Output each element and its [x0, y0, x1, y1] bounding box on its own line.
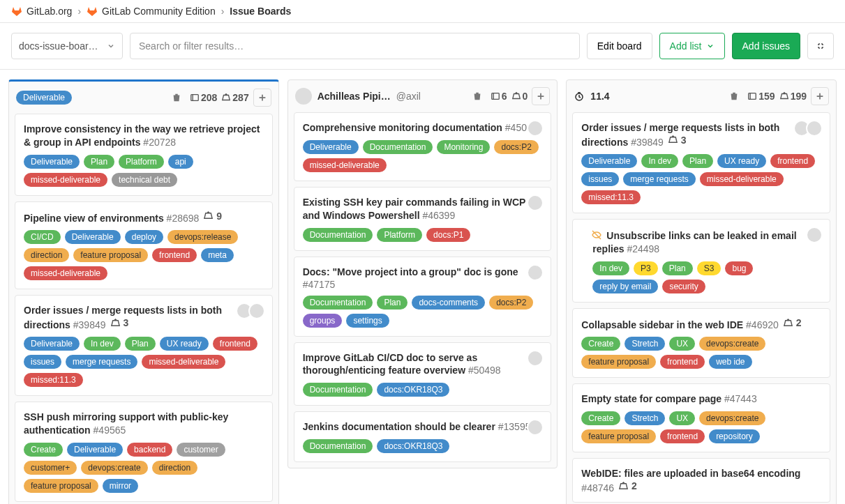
issue-label[interactable]: docs:OKR18Q3: [377, 383, 449, 397]
issue-label[interactable]: In dev: [84, 337, 121, 351]
issue-label[interactable]: direction: [152, 461, 197, 475]
issue-label[interactable]: feature proposal: [581, 429, 656, 443]
issue-label[interactable]: devops:create: [81, 461, 147, 475]
issue-label[interactable]: In dev: [641, 154, 678, 168]
issue-label[interactable]: missed-deliverable: [303, 158, 387, 172]
issue-card[interactable]: Improve consistency in the way we retrie…: [15, 114, 273, 196]
assignee-avatars[interactable]: [531, 120, 544, 137]
list-label[interactable]: Deliverable: [16, 91, 72, 105]
assignee-avatars[interactable]: [531, 264, 544, 281]
issue-label[interactable]: missed-deliverable: [24, 266, 107, 280]
issue-label[interactable]: devops:release: [167, 230, 238, 244]
new-issue-button[interactable]: [253, 89, 271, 107]
issue-label[interactable]: merge requests: [66, 355, 137, 369]
issue-label[interactable]: frontend: [152, 248, 197, 262]
issue-label[interactable]: docs:OKR18Q3: [377, 439, 449, 453]
issue-card[interactable]: Jenkins documentation should be clearer …: [294, 411, 552, 462]
issue-label[interactable]: customer+: [24, 461, 77, 475]
issue-label[interactable]: Plan: [682, 154, 713, 168]
issue-card[interactable]: Improve GitLab CI/CD doc to serve as tho…: [294, 342, 552, 406]
issue-label[interactable]: Documentation: [303, 228, 373, 242]
issue-label[interactable]: Deliverable: [303, 140, 359, 154]
issue-card[interactable]: WebIDE: files are uploaded in base64 enc…: [572, 458, 830, 502]
issue-label[interactable]: missed:11.3: [24, 373, 83, 387]
issue-label[interactable]: Documentation: [303, 383, 373, 397]
search-input[interactable]: Search or filter results…: [130, 33, 580, 59]
avatar[interactable]: [527, 419, 544, 436]
issue-label[interactable]: frontend: [213, 337, 257, 351]
breadcrumb-item[interactable]: GitLab.org: [11, 6, 72, 17]
avatar[interactable]: [806, 120, 823, 137]
issue-label[interactable]: Monitoring: [437, 140, 490, 154]
issue-label[interactable]: direction: [24, 248, 69, 262]
issue-label[interactable]: missed:11.3: [581, 190, 641, 204]
issue-label[interactable]: bug: [725, 261, 753, 275]
assignee-avatars[interactable]: [798, 120, 823, 137]
issue-label[interactable]: Create: [581, 411, 620, 425]
new-issue-button[interactable]: [811, 87, 829, 105]
issue-label[interactable]: missed-deliverable: [24, 173, 107, 187]
issue-label[interactable]: Deliverable: [65, 230, 121, 244]
issue-label[interactable]: Platform: [119, 155, 164, 169]
board-switcher[interactable]: docs-issue-boar…: [11, 33, 123, 59]
breadcrumb-item[interactable]: GitLab Community Edition: [87, 6, 216, 17]
issue-label[interactable]: S3: [697, 261, 721, 275]
avatar[interactable]: [527, 264, 544, 281]
breadcrumb-item[interactable]: Issue Boards: [230, 6, 291, 17]
issue-label[interactable]: Deliverable: [24, 337, 80, 351]
issue-label[interactable]: missed-deliverable: [142, 355, 225, 369]
focus-mode-button[interactable]: [807, 33, 834, 59]
issue-label[interactable]: issues: [581, 172, 619, 186]
issue-label[interactable]: docs:P1: [426, 228, 470, 242]
issue-label[interactable]: Deliverable: [67, 443, 123, 457]
issue-label[interactable]: Stretch: [625, 411, 665, 425]
issue-label[interactable]: Documentation: [303, 439, 373, 453]
issue-label[interactable]: Plan: [125, 337, 156, 351]
issue-label[interactable]: Documentation: [363, 140, 433, 154]
avatar[interactable]: [527, 194, 544, 211]
issue-label[interactable]: feature proposal: [581, 355, 656, 369]
new-issue-button[interactable]: [532, 87, 550, 105]
assignee-avatars[interactable]: [531, 419, 544, 436]
issue-label[interactable]: merge requests: [623, 172, 695, 186]
issue-label[interactable]: docs-comments: [412, 296, 485, 310]
issue-label[interactable]: settings: [346, 314, 389, 328]
issue-label[interactable]: Stretch: [625, 337, 665, 351]
delete-list-button[interactable]: [167, 89, 186, 107]
issue-label[interactable]: customer: [177, 443, 225, 457]
issue-card[interactable]: Empty state for compare page #47443 Crea…: [572, 383, 830, 452]
issue-label[interactable]: feature proposal: [73, 248, 148, 262]
issue-label[interactable]: docs:P2: [494, 140, 538, 154]
issue-card[interactable]: Order issues / merge requests lists in b…: [572, 112, 830, 213]
issue-label[interactable]: missed-deliverable: [700, 172, 784, 186]
issue-card[interactable]: Comprehensive monitoring documentation #…: [294, 112, 552, 181]
delete-list-button[interactable]: [725, 87, 743, 105]
issue-card[interactable]: SSH push mirroring support with public-k…: [15, 402, 273, 502]
issue-label[interactable]: docs:P2: [489, 296, 533, 310]
issue-label[interactable]: meta: [201, 248, 234, 262]
issue-label[interactable]: UX: [669, 337, 695, 351]
issue-label[interactable]: mirror: [103, 479, 138, 493]
avatar[interactable]: [806, 227, 823, 243]
issue-label[interactable]: Plan: [662, 261, 693, 275]
issue-label[interactable]: frontend: [660, 355, 705, 369]
issue-label[interactable]: reply by email: [592, 280, 658, 293]
issue-label[interactable]: Plan: [84, 155, 114, 169]
issue-label[interactable]: technical debt: [112, 173, 177, 187]
issue-label[interactable]: devops:create: [699, 337, 765, 351]
issue-label[interactable]: Create: [581, 337, 620, 351]
delete-list-button[interactable]: [468, 87, 486, 105]
assignee-avatars[interactable]: [240, 303, 265, 319]
issue-card[interactable]: Collapsable sidebar in the web IDE #4692…: [572, 308, 830, 378]
issue-label[interactable]: feature proposal: [24, 479, 98, 493]
issue-label[interactable]: P3: [634, 261, 658, 275]
issue-label[interactable]: Deliverable: [581, 154, 637, 168]
issue-card[interactable]: Unsubscribe links can be leaked in email…: [572, 219, 830, 303]
issue-label[interactable]: Documentation: [303, 296, 373, 310]
issue-label[interactable]: UX: [669, 411, 695, 425]
issue-label[interactable]: deploy: [125, 230, 163, 244]
issue-label[interactable]: backend: [127, 443, 172, 457]
issue-label[interactable]: UX ready: [160, 337, 209, 351]
issue-card[interactable]: Docs: "Move project into a group" doc is…: [294, 257, 552, 337]
issue-label[interactable]: repository: [709, 429, 760, 443]
